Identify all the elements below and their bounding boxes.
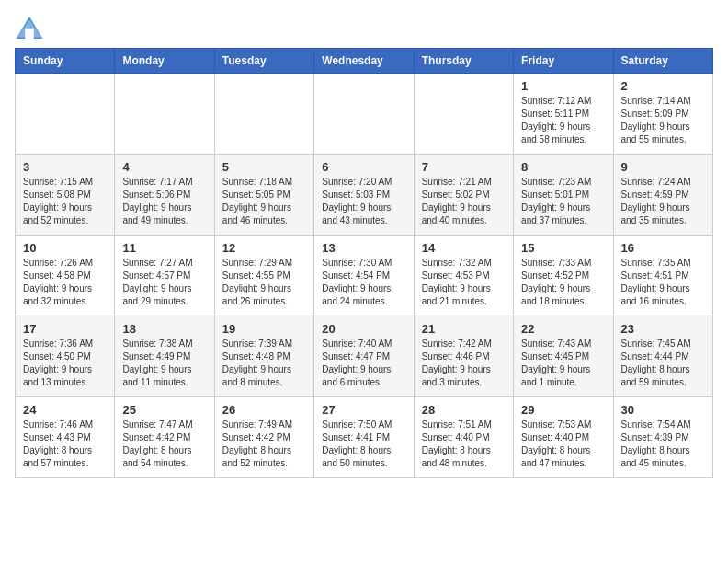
calendar-day-cell: 10Sunrise: 7:26 AM Sunset: 4:58 PM Dayli… (16, 236, 115, 316)
calendar-day-cell: 9Sunrise: 7:24 AM Sunset: 4:59 PM Daylig… (613, 155, 712, 236)
day-info: Sunrise: 7:32 AM Sunset: 4:53 PM Dayligh… (422, 257, 506, 308)
calendar-day-cell: 27Sunrise: 7:50 AM Sunset: 4:41 PM Dayli… (314, 397, 414, 478)
calendar-day-cell: 15Sunrise: 7:33 AM Sunset: 4:52 PM Dayli… (514, 236, 613, 316)
calendar-day-cell: 20Sunrise: 7:40 AM Sunset: 4:47 PM Dayli… (314, 316, 414, 397)
day-info: Sunrise: 7:27 AM Sunset: 4:57 PM Dayligh… (122, 257, 206, 308)
day-info: Sunrise: 7:50 AM Sunset: 4:41 PM Dayligh… (322, 419, 405, 470)
day-info: Sunrise: 7:30 AM Sunset: 4:54 PM Dayligh… (322, 257, 405, 308)
logo (15, 15, 48, 40)
day-info: Sunrise: 7:20 AM Sunset: 5:03 PM Dayligh… (322, 176, 405, 227)
day-number: 27 (322, 403, 405, 417)
calendar-day-cell: 26Sunrise: 7:49 AM Sunset: 4:42 PM Dayli… (214, 397, 313, 478)
calendar-day-cell: 29Sunrise: 7:53 AM Sunset: 4:40 PM Dayli… (514, 397, 613, 478)
calendar-week-row: 10Sunrise: 7:26 AM Sunset: 4:58 PM Dayli… (16, 236, 713, 316)
calendar-day-cell: 14Sunrise: 7:32 AM Sunset: 4:53 PM Dayli… (414, 236, 513, 316)
day-number: 25 (122, 403, 206, 417)
day-info: Sunrise: 7:42 AM Sunset: 4:46 PM Dayligh… (422, 338, 506, 389)
day-number: 6 (322, 160, 405, 174)
page-header (15, 15, 713, 40)
calendar-day-cell: 23Sunrise: 7:45 AM Sunset: 4:44 PM Dayli… (613, 316, 712, 397)
day-of-week-header: Sunday (16, 49, 115, 74)
day-number: 8 (521, 160, 605, 174)
day-number: 14 (422, 241, 506, 255)
day-number: 20 (322, 322, 405, 336)
day-number: 18 (122, 322, 206, 336)
calendar-week-row: 3Sunrise: 7:15 AM Sunset: 5:08 PM Daylig… (16, 155, 713, 236)
day-info: Sunrise: 7:15 AM Sunset: 5:08 PM Dayligh… (23, 176, 107, 227)
day-of-week-header: Tuesday (214, 49, 313, 74)
day-number: 29 (521, 403, 605, 417)
calendar-header-row: SundayMondayTuesdayWednesdayThursdayFrid… (16, 49, 713, 74)
day-info: Sunrise: 7:33 AM Sunset: 4:52 PM Dayligh… (521, 257, 605, 308)
day-number: 5 (222, 160, 306, 174)
calendar-day-cell: 4Sunrise: 7:17 AM Sunset: 5:06 PM Daylig… (115, 155, 214, 236)
day-number: 10 (23, 241, 107, 255)
day-number: 11 (122, 241, 206, 255)
calendar-day-cell (414, 74, 513, 155)
day-of-week-header: Wednesday (314, 49, 414, 74)
day-number: 3 (23, 160, 107, 174)
calendar-day-cell (115, 74, 214, 155)
day-number: 28 (422, 403, 506, 417)
day-info: Sunrise: 7:47 AM Sunset: 4:42 PM Dayligh… (122, 419, 206, 470)
day-of-week-header: Saturday (613, 49, 712, 74)
calendar-day-cell: 2Sunrise: 7:14 AM Sunset: 5:09 PM Daylig… (613, 74, 712, 155)
day-info: Sunrise: 7:39 AM Sunset: 4:48 PM Dayligh… (222, 338, 306, 389)
day-number: 4 (122, 160, 206, 174)
day-info: Sunrise: 7:54 AM Sunset: 4:39 PM Dayligh… (621, 419, 705, 470)
day-info: Sunrise: 7:36 AM Sunset: 4:50 PM Dayligh… (23, 338, 107, 389)
day-number: 16 (621, 241, 705, 255)
day-number: 2 (621, 79, 705, 93)
calendar-day-cell: 28Sunrise: 7:51 AM Sunset: 4:40 PM Dayli… (414, 397, 513, 478)
day-number: 24 (23, 403, 107, 417)
day-info: Sunrise: 7:51 AM Sunset: 4:40 PM Dayligh… (422, 419, 506, 470)
day-info: Sunrise: 7:40 AM Sunset: 4:47 PM Dayligh… (322, 338, 405, 389)
day-number: 21 (422, 322, 506, 336)
calendar-day-cell: 19Sunrise: 7:39 AM Sunset: 4:48 PM Dayli… (214, 316, 313, 397)
day-info: Sunrise: 7:26 AM Sunset: 4:58 PM Dayligh… (23, 257, 107, 308)
calendar-day-cell: 12Sunrise: 7:29 AM Sunset: 4:55 PM Dayli… (214, 236, 313, 316)
day-number: 23 (621, 322, 705, 336)
calendar-table: SundayMondayTuesdayWednesdayThursdayFrid… (15, 48, 713, 478)
day-info: Sunrise: 7:49 AM Sunset: 4:42 PM Dayligh… (222, 419, 306, 470)
calendar-day-cell: 6Sunrise: 7:20 AM Sunset: 5:03 PM Daylig… (314, 155, 414, 236)
calendar-week-row: 1Sunrise: 7:12 AM Sunset: 5:11 PM Daylig… (16, 74, 713, 155)
day-number: 17 (23, 322, 107, 336)
day-number: 19 (222, 322, 306, 336)
calendar-day-cell: 16Sunrise: 7:35 AM Sunset: 4:51 PM Dayli… (613, 236, 712, 316)
calendar-day-cell (214, 74, 313, 155)
day-of-week-header: Monday (115, 49, 214, 74)
day-number: 26 (222, 403, 306, 417)
day-info: Sunrise: 7:23 AM Sunset: 5:01 PM Dayligh… (521, 176, 605, 227)
day-info: Sunrise: 7:35 AM Sunset: 4:51 PM Dayligh… (621, 257, 705, 308)
day-info: Sunrise: 7:12 AM Sunset: 5:11 PM Dayligh… (521, 95, 605, 146)
svg-rect-2 (25, 29, 34, 39)
calendar-day-cell: 24Sunrise: 7:46 AM Sunset: 4:43 PM Dayli… (16, 397, 115, 478)
day-info: Sunrise: 7:53 AM Sunset: 4:40 PM Dayligh… (521, 419, 605, 470)
calendar-day-cell: 7Sunrise: 7:21 AM Sunset: 5:02 PM Daylig… (414, 155, 513, 236)
day-info: Sunrise: 7:38 AM Sunset: 4:49 PM Dayligh… (122, 338, 206, 389)
day-info: Sunrise: 7:24 AM Sunset: 4:59 PM Dayligh… (621, 176, 705, 227)
day-info: Sunrise: 7:46 AM Sunset: 4:43 PM Dayligh… (23, 419, 107, 470)
calendar-day-cell (314, 74, 414, 155)
day-number: 22 (521, 322, 605, 336)
calendar-day-cell: 25Sunrise: 7:47 AM Sunset: 4:42 PM Dayli… (115, 397, 214, 478)
day-number: 15 (521, 241, 605, 255)
calendar-day-cell: 1Sunrise: 7:12 AM Sunset: 5:11 PM Daylig… (514, 74, 613, 155)
calendar-day-cell: 18Sunrise: 7:38 AM Sunset: 4:49 PM Dayli… (115, 316, 214, 397)
day-info: Sunrise: 7:45 AM Sunset: 4:44 PM Dayligh… (621, 338, 705, 389)
calendar-day-cell: 8Sunrise: 7:23 AM Sunset: 5:01 PM Daylig… (514, 155, 613, 236)
day-of-week-header: Friday (514, 49, 613, 74)
day-number: 13 (322, 241, 405, 255)
calendar-week-row: 17Sunrise: 7:36 AM Sunset: 4:50 PM Dayli… (16, 316, 713, 397)
calendar-day-cell: 30Sunrise: 7:54 AM Sunset: 4:39 PM Dayli… (613, 397, 712, 478)
calendar-day-cell: 3Sunrise: 7:15 AM Sunset: 5:08 PM Daylig… (16, 155, 115, 236)
day-of-week-header: Thursday (414, 49, 513, 74)
day-number: 9 (621, 160, 705, 174)
calendar-week-row: 24Sunrise: 7:46 AM Sunset: 4:43 PM Dayli… (16, 397, 713, 478)
calendar-day-cell: 21Sunrise: 7:42 AM Sunset: 4:46 PM Dayli… (414, 316, 513, 397)
day-number: 1 (521, 79, 605, 93)
calendar-day-cell: 13Sunrise: 7:30 AM Sunset: 4:54 PM Dayli… (314, 236, 414, 316)
calendar-day-cell: 22Sunrise: 7:43 AM Sunset: 4:45 PM Dayli… (514, 316, 613, 397)
day-info: Sunrise: 7:14 AM Sunset: 5:09 PM Dayligh… (621, 95, 705, 146)
